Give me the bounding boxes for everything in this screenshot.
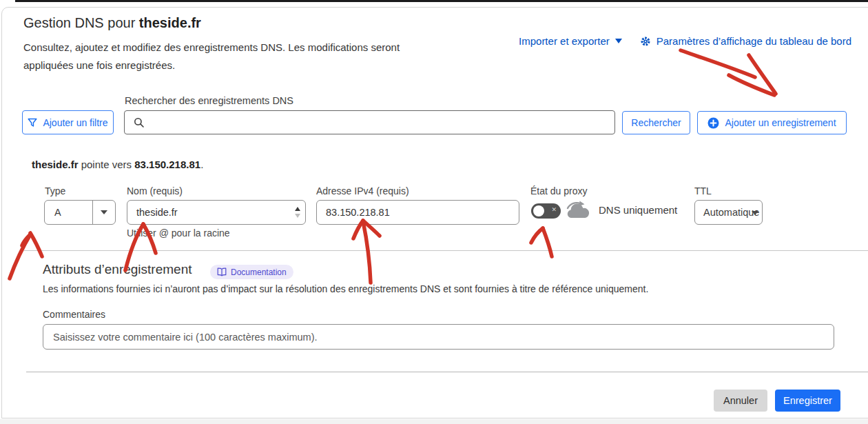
summary-suffix: . [200,159,203,170]
ttl-select-value: Automatique [695,207,759,218]
search-label: Rechercher des enregistrements DNS [125,95,293,106]
record-summary: theside.fr pointe vers 83.150.218.81. [32,159,203,170]
type-select-caret-zone[interactable] [92,201,115,224]
ipv4-label: Adresse IPv4 (requis) [316,185,409,196]
stepper-down-icon[interactable] [295,214,300,218]
search-icon [134,117,145,128]
search-button[interactable]: Rechercher [622,111,690,134]
summary-domain: theside.fr [32,159,79,170]
type-select[interactable]: A [44,200,116,225]
chevron-down-icon [615,39,622,43]
import-export-label: Importer et exporter [519,35,610,47]
type-select-value: A [45,201,92,224]
add-filter-label: Ajouter un filtre [43,117,107,128]
footer-divider [26,372,868,372]
name-field [127,200,306,225]
search-input[interactable] [151,117,614,128]
page-title-prefix: Gestion DNS pour [23,15,139,30]
proxy-toggle[interactable]: ✕ [531,203,561,219]
toggle-knob [533,205,544,216]
proxy-status-text: DNS uniquement [599,204,677,216]
ttl-select[interactable]: Automatique [694,200,763,225]
plus-circle-icon [707,117,719,129]
page-title: Gestion DNS pour theside.fr [23,15,201,31]
comments-label: Commentaires [43,309,105,320]
book-icon [217,267,227,276]
comments-field [43,324,834,350]
name-input[interactable] [127,201,290,224]
add-record-button[interactable]: Ajouter un enregistrement [697,111,847,134]
chevron-down-icon [101,210,107,214]
ttl-label: TTL [694,185,712,196]
search-button-label: Rechercher [631,117,681,128]
add-filter-button[interactable]: Ajouter un filtre [22,110,114,134]
name-hint: Utiliser @ pour la racine [127,228,230,239]
summary-ip: 83.150.218.81 [134,159,200,170]
comments-input[interactable] [43,332,834,343]
proxy-label: État du proxy [530,185,588,196]
documentation-label: Documentation [231,267,287,277]
page-background-strip [0,419,868,424]
search-box [124,110,615,134]
filter-funnel-icon [28,118,37,128]
page-title-domain: theside.fr [139,15,201,30]
name-stepper[interactable] [290,201,305,224]
attributes-heading: Attributs d’enregistrement [43,262,192,277]
top-border-bar [15,0,868,2]
add-record-label: Ajouter un enregistrement [725,117,836,128]
attributes-description: Les informations fournies ici n’auront p… [43,283,648,294]
page-subtitle: Consultez, ajoutez et modifiez des enreg… [23,39,406,74]
ipv4-field [316,200,519,225]
dns-management-page: Gestion DNS pour theside.fr Consultez, a… [0,0,868,424]
header-links: Importer et exporter Paramètres d’affich… [519,35,851,47]
stepper-up-icon[interactable] [295,207,300,211]
summary-text: pointe vers [79,159,135,170]
cancel-button[interactable]: Annuler [714,390,767,412]
dns-only-cloud-icon [565,199,591,220]
import-export-link[interactable]: Importer et exporter [519,35,622,47]
dashboard-display-settings-link[interactable]: Paramètres d’affichage du tableau de bor… [640,35,851,47]
type-label: Type [45,185,65,196]
save-button[interactable]: Enregistrer [775,390,840,412]
chevron-down-icon [752,211,758,215]
gear-icon [640,36,651,47]
settings-label: Paramètres d’affichage du tableau de bor… [657,35,851,47]
name-label: Nom (requis) [127,185,183,196]
ipv4-input[interactable] [317,201,519,224]
section-divider [24,250,868,251]
documentation-badge[interactable]: Documentation [210,265,293,279]
toggle-off-x-icon: ✕ [551,206,557,213]
